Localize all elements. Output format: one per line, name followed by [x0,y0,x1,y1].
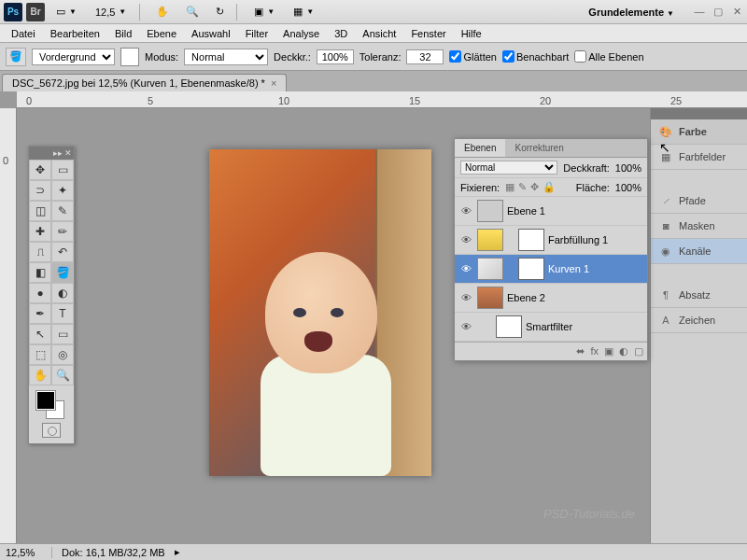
visibility-icon[interactable]: 👁 [458,321,473,332]
type-tool[interactable]: T [51,303,74,324]
paint-bucket-icon[interactable]: 🪣 [6,48,26,66]
menu-ebene[interactable]: Ebene [139,26,184,41]
view-arrange-dropdown[interactable]: ▭▼ [49,4,84,20]
bridge-icon[interactable]: Br [26,3,45,21]
dock-kanaele[interactable]: ◉ Kanäle [651,239,747,264]
paint-bucket-tool[interactable]: 🪣 [51,262,74,283]
smartfilter-thumb[interactable] [496,315,522,338]
document-tab[interactable]: DSC_5672.jpg bei 12,5% (Kurven 1, Ebenen… [2,74,287,91]
healing-tool[interactable]: ✚ [29,221,51,242]
layer-row[interactable]: 👁 Smartfilter [455,313,647,342]
link-layers-icon[interactable]: ⬌ [576,345,585,357]
layer-style-icon[interactable]: fx [590,345,599,357]
lock-position-icon[interactable]: ✥ [530,181,539,193]
marquee-tool[interactable]: ▭ [51,160,74,180]
layer-name[interactable]: Farbfüllung 1 [548,234,608,245]
workspace-switcher[interactable]: Grundelemente ▼ [579,5,684,20]
menu-filter[interactable]: Filter [238,26,275,41]
hand-tool[interactable]: ✋ [29,365,51,385]
zoom-level-dropdown[interactable]: 12,5▼ [88,5,134,20]
hand-tool-icon[interactable]: ✋ [149,3,176,21]
lasso-tool[interactable]: ⊃ [29,180,51,201]
layer-row[interactable]: 👁 Kurven 1 [455,255,647,284]
fill-target-select[interactable]: Vordergrund [32,49,115,65]
dock-farbfelder[interactable]: ▦ Farbfelder [651,145,747,170]
menu-datei[interactable]: Datei [4,26,43,41]
path-select-tool[interactable]: ↖ [29,324,51,344]
dock-absatz[interactable]: ¶ Absatz [651,283,747,308]
move-tool[interactable]: ✥ [29,160,51,180]
layer-name[interactable]: Ebene 1 [507,205,545,217]
menu-ansicht[interactable]: Ansicht [355,26,403,41]
foreground-color[interactable] [36,391,55,410]
layer-blend-mode[interactable]: Normal [460,161,557,175]
eraser-tool[interactable]: ◧ [29,262,51,283]
dock-header[interactable] [651,108,747,119]
quick-select-tool[interactable]: ✦ [51,180,74,201]
all-layers-checkbox[interactable]: Alle Ebenen [574,50,643,63]
layer-row[interactable]: 👁 Farbfüllung 1 [455,226,647,255]
menu-3d[interactable]: 3D [327,26,355,41]
layer-thumb[interactable] [477,200,503,222]
visibility-icon[interactable]: 👁 [458,234,473,245]
zoom-display[interactable]: 12,5% [6,547,52,558]
layer-group-icon[interactable]: ▢ [634,345,643,357]
toolbox-header[interactable]: ▸▸✕ [29,147,74,160]
history-brush-tool[interactable]: ↶ [51,242,74,262]
adjustment-layer-icon[interactable]: ◐ [619,345,628,357]
zoom-tool[interactable]: 🔍 [51,365,74,385]
brush-tool[interactable]: ✏ [51,221,74,242]
lock-all-icon[interactable]: 🔒 [543,181,556,193]
dock-masken[interactable]: ◙ Masken [651,214,747,239]
dodge-tool[interactable]: ◐ [51,283,74,303]
zoom-tool-icon[interactable]: 🔍 [179,3,205,21]
quick-mask-toggle[interactable] [42,423,61,438]
antialias-checkbox[interactable]: Glätten [449,50,496,63]
close-button[interactable]: ✕ [730,6,743,18]
lock-pixels-icon[interactable]: ✎ [518,181,527,193]
maximize-button[interactable]: ▢ [712,6,725,18]
visibility-icon[interactable]: 👁 [458,292,473,303]
fill-pattern-swatch[interactable] [120,48,139,66]
layer-row[interactable]: 👁 Ebene 2 [455,284,647,313]
tab-korrekturen[interactable]: Korrekturen [505,139,572,157]
mask-thumb[interactable] [518,258,544,280]
mask-thumb[interactable] [518,229,544,251]
layer-fill-value[interactable]: 100% [615,182,641,193]
pen-tool[interactable]: ✒ [29,303,51,324]
menu-fenster[interactable]: Fenster [403,26,453,41]
layer-thumb[interactable] [477,287,503,309]
close-tab-icon[interactable]: × [271,77,276,89]
crop-tool[interactable]: ◫ [29,201,51,221]
shape-tool[interactable]: ▭ [51,324,74,344]
tolerance-input[interactable] [406,49,444,64]
dock-pfade[interactable]: ⟋ Pfade [651,189,747,214]
dock-zeichen[interactable]: A Zeichen [651,308,747,333]
blend-mode-select[interactable]: Normal [184,49,268,65]
screen-mode-dropdown[interactable]: ▣▼ [247,4,282,20]
layer-mask-icon[interactable]: ▣ [604,345,613,357]
lock-transparency-icon[interactable]: ▦ [505,181,514,193]
arrange-docs-dropdown[interactable]: ▦▼ [286,4,321,20]
layer-thumb[interactable] [477,258,503,280]
photoshop-icon[interactable]: Ps [4,3,22,21]
contiguous-checkbox[interactable]: Benachbart [502,50,569,63]
layer-name[interactable]: Ebene 2 [507,292,545,303]
menu-bearbeiten[interactable]: Bearbeiten [43,26,107,41]
eyedropper-tool[interactable]: ✎ [51,201,74,221]
menu-auswahl[interactable]: Auswahl [184,26,238,41]
menu-bild[interactable]: Bild [107,26,139,41]
rotate-view-icon[interactable]: ↻ [209,3,231,21]
minimize-button[interactable]: — [693,6,706,18]
layer-thumb[interactable] [477,229,503,251]
color-swatches[interactable] [36,391,66,421]
stamp-tool[interactable]: ⎍ [29,242,51,262]
menu-analyse[interactable]: Analyse [275,26,327,41]
visibility-icon[interactable]: 👁 [458,205,473,217]
layer-opacity-value[interactable]: 100% [615,162,641,174]
layer-name[interactable]: Smartfilter [526,321,572,332]
tab-ebenen[interactable]: Ebenen [455,139,505,157]
dock-farbe[interactable]: 🎨 Farbe [651,119,747,145]
blur-tool[interactable]: ● [29,283,51,303]
menu-hilfe[interactable]: Hilfe [454,26,489,41]
